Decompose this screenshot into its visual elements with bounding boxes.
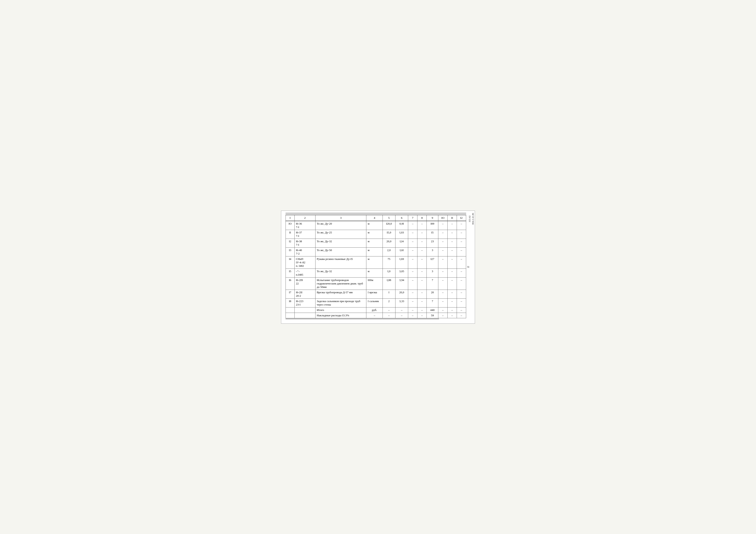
table-cell: 3,33 xyxy=(395,298,408,307)
table-row: I5–"– п.I485То же, Ду-32мI,03,05––3––– xyxy=(286,268,466,277)
table-cell xyxy=(286,307,295,313)
main-table: I 2 3 4 5 6 7 8 9 IO II I2 IOI6-36 7-IТо… xyxy=(285,215,466,318)
table-cell: I,0 xyxy=(383,268,395,277)
table-cell: 59 xyxy=(427,313,438,318)
table-cell: – xyxy=(447,313,457,318)
table-cell: – xyxy=(408,221,417,230)
header-col-6: 6 xyxy=(395,215,408,221)
table-cell: I,88 xyxy=(383,277,395,290)
table-cell: – xyxy=(438,256,447,268)
header-col-3: 3 xyxy=(315,215,366,221)
table-row: I2I6-38 7-IТо же, Ду-32м20,0I,I4––23––– xyxy=(286,239,466,247)
top-line xyxy=(285,213,466,215)
table-cell: I5 xyxy=(427,230,438,239)
table-cell: – xyxy=(408,247,417,256)
bottom-line xyxy=(285,319,439,319)
table-cell: – xyxy=(418,290,427,298)
table-cell: – xyxy=(457,277,466,290)
table-cell: – xyxy=(418,256,427,268)
table-cell: I сальник xyxy=(366,298,383,307)
table-cell: I,03 xyxy=(395,230,408,239)
table-cell: I6-2II 20-2 xyxy=(294,290,315,298)
table-cell: м xyxy=(366,221,383,230)
table-cell: – xyxy=(457,290,466,298)
table-cell: – xyxy=(438,247,447,256)
table-cell: I7 xyxy=(286,290,295,298)
table-cell: – xyxy=(438,298,447,307)
table-cell: – xyxy=(438,230,447,239)
naklad-label: Накладные расходы I3.3% xyxy=(315,313,366,318)
table-cell: I,I4 xyxy=(395,239,408,247)
table-cell: 7 xyxy=(427,298,438,307)
table-cell: То же, Ду-25 xyxy=(315,230,366,239)
table-cell: I врезка xyxy=(366,290,383,298)
table-cell: I,6I xyxy=(395,247,408,256)
table-cell: 75 xyxy=(383,256,395,268)
table-cell: м xyxy=(366,239,383,247)
table-cell: I3 xyxy=(286,247,295,256)
table-cell: 20,0 xyxy=(395,290,408,298)
table-cell: I6-36 7-I xyxy=(294,221,315,230)
table-cell: – xyxy=(457,313,466,318)
table-cell: – xyxy=(408,313,417,318)
table-cell: I27 xyxy=(427,256,438,268)
table-cell: 0,9I xyxy=(395,221,408,230)
table-cell: руб. xyxy=(366,307,383,313)
table-cell: –"– п.I485 xyxy=(294,268,315,277)
table-cell: IO xyxy=(286,221,295,230)
table-cell: I4 xyxy=(286,256,295,268)
table-cell: I6-37 7-I xyxy=(294,230,315,239)
table-row: I7I6-2II 20-2Врезка трубопровода Д-57 мм… xyxy=(286,290,466,298)
table-cell: м xyxy=(366,256,383,268)
table-cell: – xyxy=(408,268,417,277)
table-cell: – xyxy=(395,307,408,313)
table-cell: Рукава резино-тканевые Ду-I5 xyxy=(315,256,366,268)
table-cell: 20,0 xyxy=(383,239,395,247)
page-wrapper: 355-02 804-2-41.86 П I 2 3 4 5 6 7 8 9 I… xyxy=(281,211,475,324)
table-cell: I2 xyxy=(286,239,295,247)
table-cell: I00м xyxy=(366,277,383,290)
table-cell: 3,05 xyxy=(395,268,408,277)
table-cell: I09 xyxy=(427,221,438,230)
table-cell: – xyxy=(418,268,427,277)
itogo-row: Итогоруб.––––440––– xyxy=(286,307,466,313)
table-cell: – xyxy=(438,313,447,318)
table-cell xyxy=(294,307,315,313)
table-cell: м xyxy=(366,268,383,277)
table-cell: – xyxy=(457,268,466,277)
table-cell: – xyxy=(383,307,395,313)
naklad-row: Накладные расходы I3.3%–––––59––– xyxy=(286,313,466,318)
table-cell: – xyxy=(447,256,457,268)
side-label-right: 355-02 804-2-41.86 xyxy=(468,213,474,225)
table-cell: 20 xyxy=(427,290,438,298)
table-cell: I xyxy=(383,290,395,298)
table-cell: м xyxy=(366,247,383,256)
table-cell: Испытание трубопроводов гидравлическим д… xyxy=(315,277,366,290)
table-row: I3I6-40 7-2То же, Ду-50м2,0I,6I––3––– xyxy=(286,247,466,256)
table-row: IOI6-36 7-IТо же, Ду-20мI20,00,9I––I09––… xyxy=(286,221,466,230)
table-cell: – xyxy=(438,290,447,298)
table-cell: – xyxy=(447,277,457,290)
table-cell: – xyxy=(383,313,395,318)
table-cell: – xyxy=(418,230,427,239)
table-cell: Заделка сальников при проходе труб через… xyxy=(315,298,366,307)
table-cell: – xyxy=(418,298,427,307)
table-row: I8I6-223 23-IЗаделка сальников при прохо… xyxy=(286,298,466,307)
table-cell: То же, Ду-32 xyxy=(315,268,366,277)
table-cell: 440 xyxy=(427,307,438,313)
table-cell xyxy=(286,313,295,318)
table-cell: – xyxy=(438,277,447,290)
table-cell: – xyxy=(418,239,427,247)
table-cell: – xyxy=(447,239,457,247)
table-cell: – xyxy=(447,298,457,307)
table-cell: I5 xyxy=(286,268,295,277)
table-cell: 7 xyxy=(427,277,438,290)
table-cell: – xyxy=(418,307,427,313)
table-cell: – xyxy=(418,221,427,230)
table-cell: – xyxy=(366,313,383,318)
header-col-12: I2 xyxy=(457,215,466,221)
table-cell: – xyxy=(447,221,457,230)
side-bottom: П xyxy=(467,266,470,268)
table-cell: 2 xyxy=(383,298,395,307)
table-cell: – xyxy=(457,247,466,256)
